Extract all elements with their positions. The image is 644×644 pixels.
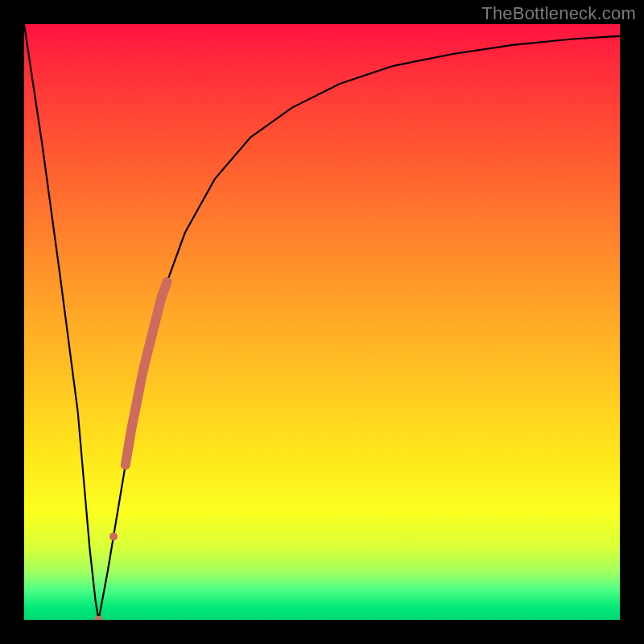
minimum-dot-icon [95,616,103,620]
bottleneck-curve-path [24,24,620,620]
chart-frame: TheBottleneck.com [0,0,644,644]
highlight-dot-icon [109,532,118,540]
bottleneck-curve-svg [24,24,620,620]
highlight-segment-path [126,282,167,465]
plot-area [24,24,620,620]
watermark-text: TheBottleneck.com [481,3,636,24]
